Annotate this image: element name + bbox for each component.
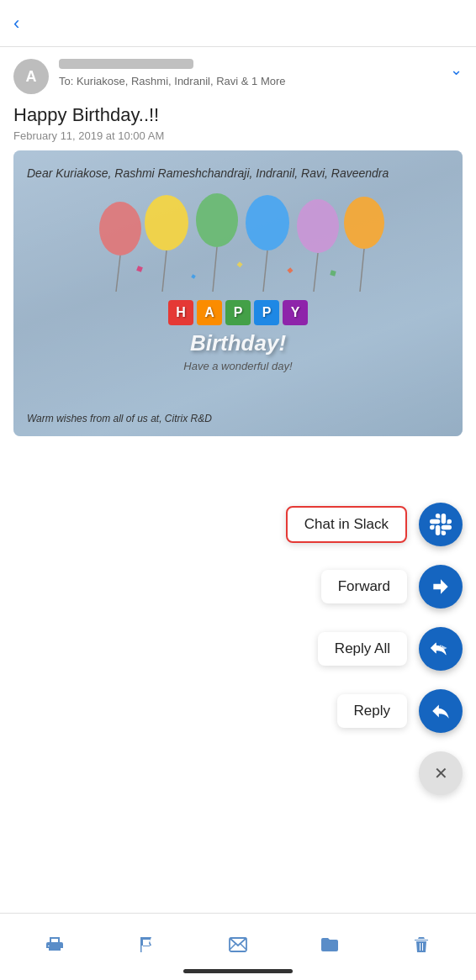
svg-line-5 — [213, 247, 217, 292]
banner-y: Y — [283, 300, 308, 325]
flag-button[interactable] — [130, 928, 163, 967]
svg-line-9 — [314, 253, 318, 292]
svg-point-10 — [344, 197, 384, 249]
chat-in-slack-button[interactable] — [419, 503, 463, 546]
flag-icon — [136, 935, 156, 955]
balloons-illustration — [27, 191, 449, 300]
action-menu: Chat in Slack Forward Reply All Re — [286, 503, 463, 795]
chat-in-slack-label[interactable]: Chat in Slack — [286, 506, 407, 543]
warm-wishes-text: Warm wishes from all of us at, Citrix R&… — [27, 413, 212, 424]
folder-button[interactable] — [313, 928, 346, 967]
svg-line-11 — [360, 249, 364, 292]
back-button[interactable]: ‹ — [13, 13, 26, 34]
svg-rect-16 — [287, 267, 293, 273]
close-row: ✕ — [419, 751, 463, 795]
email-meta-section: A To: Kuriakose, Rashmi, Indranil, Ravi … — [0, 47, 476, 101]
reply-button[interactable] — [419, 689, 463, 733]
folder-icon — [320, 935, 340, 955]
home-indicator — [183, 969, 293, 973]
svg-rect-12 — [136, 266, 143, 272]
trash-button[interactable] — [405, 928, 438, 967]
birthday-card-image: Dear Kuriakose, Rashmi Rameshchandraji, … — [13, 150, 463, 436]
close-button[interactable]: ✕ — [419, 751, 463, 795]
svg-line-3 — [162, 250, 167, 292]
forward-button[interactable] — [419, 565, 463, 609]
wonderful-day-text: Have a wonderful day! — [27, 360, 449, 372]
reply-all-label[interactable]: Reply All — [318, 632, 407, 666]
reply-icon — [430, 700, 452, 722]
svg-rect-13 — [237, 261, 243, 267]
birthday-text: Birthday! — [27, 330, 449, 356]
close-icon: ✕ — [434, 763, 448, 783]
banner-p1: P — [225, 300, 251, 325]
banner-h: H — [168, 300, 193, 325]
banner-p2: P — [254, 300, 279, 325]
mail-button[interactable] — [221, 928, 255, 967]
svg-point-6 — [246, 195, 289, 250]
svg-rect-14 — [330, 270, 336, 276]
svg-point-2 — [145, 195, 188, 250]
email-date: February 11, 2019 at 10:00 AM — [0, 128, 476, 150]
reply-all-row: Reply All — [318, 627, 463, 671]
svg-line-1 — [116, 256, 120, 292]
svg-rect-15 — [191, 274, 195, 278]
reply-row: Reply — [337, 689, 463, 733]
forward-row: Forward — [321, 565, 463, 609]
happy-banner: H A P P Y — [27, 300, 449, 325]
sender-avatar: A — [13, 59, 49, 94]
svg-point-4 — [196, 193, 238, 247]
reply-label[interactable]: Reply — [337, 694, 407, 728]
trash-icon — [411, 935, 431, 955]
card-content: Dear Kuriakose, Rashmi Rameshchandraji, … — [13, 150, 463, 436]
recipients-text: To: Kuriakose, Rashmi, Indranil, Ravi & … — [59, 75, 286, 87]
slack-icon — [430, 514, 452, 535]
svg-point-0 — [99, 202, 141, 256]
email-info: To: Kuriakose, Rashmi, Indranil, Ravi & … — [59, 59, 443, 88]
svg-line-7 — [263, 250, 267, 292]
expand-recipients-button[interactable]: ⌄ — [450, 61, 463, 79]
svg-point-8 — [297, 199, 339, 253]
email-header: ‹ — [0, 0, 476, 47]
card-greeting-text: Dear Kuriakose, Rashmi Rameshchandraji, … — [27, 166, 449, 182]
forward-icon — [430, 576, 452, 598]
email-subject: Happy Birthday..!! — [0, 101, 476, 128]
mail-icon — [228, 935, 248, 955]
reply-all-icon — [430, 638, 452, 660]
forward-label[interactable]: Forward — [321, 570, 407, 603]
reply-all-button[interactable] — [419, 627, 463, 671]
print-button[interactable] — [38, 928, 71, 967]
sender-name-placeholder — [59, 59, 193, 69]
banner-a: A — [197, 300, 222, 325]
print-icon — [45, 935, 65, 955]
chat-in-slack-row: Chat in Slack — [286, 503, 463, 546]
